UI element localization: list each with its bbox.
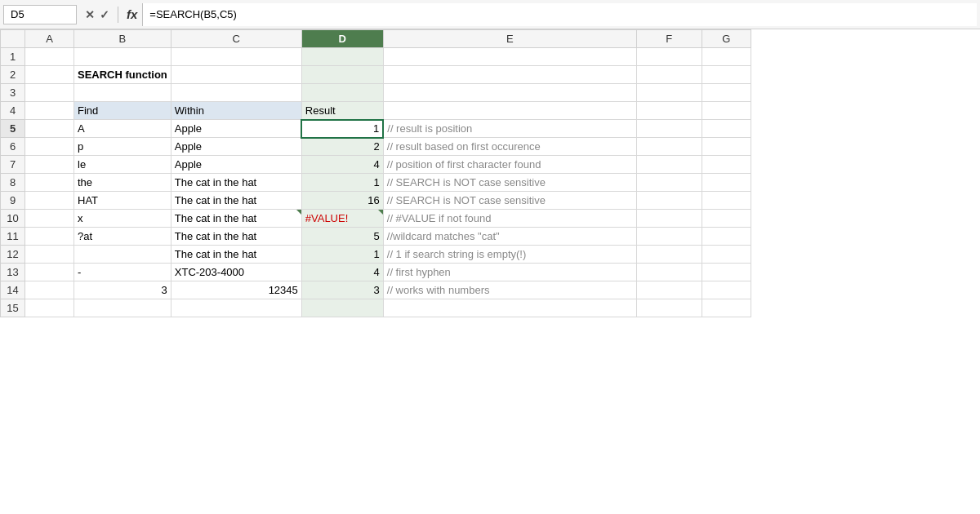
cell-a10[interactable] — [25, 210, 74, 228]
cell-g5[interactable] — [702, 120, 751, 138]
cell-g3[interactable] — [702, 84, 751, 102]
cell-d14-result[interactable]: 3 — [301, 281, 383, 299]
cell-a2[interactable] — [25, 66, 74, 84]
cell-f11[interactable] — [636, 228, 702, 246]
cell-b4-find[interactable]: Find — [74, 102, 172, 120]
cell-reference-box[interactable]: D5 — [3, 5, 77, 24]
cell-f7[interactable] — [636, 156, 702, 174]
cell-a1[interactable] — [25, 48, 74, 66]
col-header-b[interactable]: B — [74, 30, 172, 48]
cell-a13[interactable] — [25, 264, 74, 281]
cell-g8[interactable] — [702, 174, 751, 192]
cell-e2[interactable] — [383, 66, 636, 84]
cell-a3[interactable] — [25, 84, 74, 102]
cell-b7-find[interactable]: le — [74, 156, 172, 174]
cell-d7-result[interactable]: 4 — [301, 156, 383, 174]
cell-c2[interactable] — [171, 66, 301, 84]
cell-b6-find[interactable]: p — [74, 138, 172, 156]
confirm-icon[interactable]: ✓ — [100, 8, 109, 21]
cell-b1[interactable] — [74, 48, 172, 66]
cell-c10-within[interactable]: The cat in the hat — [171, 210, 301, 228]
cell-d2[interactable] — [301, 66, 383, 84]
cell-e1[interactable] — [383, 48, 636, 66]
cell-d13-result[interactable]: 4 — [301, 264, 383, 281]
cell-f8[interactable] — [636, 174, 702, 192]
cell-b5-find[interactable]: A — [74, 120, 172, 138]
cell-a8[interactable] — [25, 174, 74, 192]
cell-a7[interactable] — [25, 156, 74, 174]
cell-c12-within[interactable]: The cat in the hat — [171, 246, 301, 264]
cell-f12[interactable] — [636, 246, 702, 264]
cell-b13-find[interactable]: - — [74, 264, 172, 281]
cell-f5[interactable] — [636, 120, 702, 138]
cell-c8-within[interactable]: The cat in the hat — [171, 174, 301, 192]
cell-f9[interactable] — [636, 192, 702, 210]
cell-a11[interactable] — [25, 228, 74, 246]
cell-a12[interactable] — [25, 246, 74, 264]
cell-b12-find[interactable] — [74, 246, 172, 264]
cell-g14[interactable] — [702, 281, 751, 299]
cell-a5[interactable] — [25, 120, 74, 138]
cell-g4[interactable] — [702, 102, 751, 120]
cancel-icon[interactable]: ✕ — [85, 8, 95, 21]
fx-icon[interactable]: fx — [127, 7, 137, 21]
cell-f15[interactable] — [636, 299, 702, 317]
col-header-d[interactable]: D — [301, 30, 383, 48]
cell-f4[interactable] — [636, 102, 702, 120]
col-header-c[interactable]: C — [171, 30, 301, 48]
cell-f14[interactable] — [636, 281, 702, 299]
cell-d15[interactable] — [301, 299, 383, 317]
cell-d9-result[interactable]: 16 — [301, 192, 383, 210]
cell-a15[interactable] — [25, 299, 74, 317]
cell-f13[interactable] — [636, 264, 702, 281]
cell-g11[interactable] — [702, 228, 751, 246]
cell-g15[interactable] — [702, 299, 751, 317]
cell-c1[interactable] — [171, 48, 301, 66]
cell-c6-within[interactable]: Apple — [171, 138, 301, 156]
cell-c9-within[interactable]: The cat in the hat — [171, 192, 301, 210]
cell-c3[interactable] — [171, 84, 301, 102]
cell-c11-within[interactable]: The cat in the hat — [171, 228, 301, 246]
formula-input[interactable] — [142, 3, 977, 26]
cell-b2[interactable]: SEARCH function — [74, 66, 172, 84]
cell-b10-find[interactable]: x — [74, 210, 172, 228]
cell-g1[interactable] — [702, 48, 751, 66]
cell-d11-result[interactable]: 5 — [301, 228, 383, 246]
cell-d8-result[interactable]: 1 — [301, 174, 383, 192]
cell-b9-find[interactable]: HAT — [74, 192, 172, 210]
cell-g6[interactable] — [702, 138, 751, 156]
cell-g9[interactable] — [702, 192, 751, 210]
cell-b3[interactable] — [74, 84, 172, 102]
col-header-a[interactable]: A — [25, 30, 74, 48]
cell-c4-within[interactable]: Within — [171, 102, 301, 120]
cell-f3[interactable] — [636, 84, 702, 102]
cell-g7[interactable] — [702, 156, 751, 174]
cell-b8-find[interactable]: the — [74, 174, 172, 192]
cell-a6[interactable] — [25, 138, 74, 156]
col-header-f[interactable]: F — [636, 30, 702, 48]
cell-c14-within[interactable]: 12345 — [171, 281, 301, 299]
cell-d6-result[interactable]: 2 — [301, 138, 383, 156]
cell-d5-result[interactable]: 1 — [301, 120, 383, 138]
cell-c13-within[interactable]: XTC-203-4000 — [171, 264, 301, 281]
cell-e15[interactable] — [383, 299, 636, 317]
cell-b14-find[interactable]: 3 — [74, 281, 172, 299]
cell-e3[interactable] — [383, 84, 636, 102]
cell-a9[interactable] — [25, 192, 74, 210]
cell-b15[interactable] — [74, 299, 172, 317]
cell-f2[interactable] — [636, 66, 702, 84]
cell-d10-result[interactable]: #VALUE! — [301, 210, 383, 228]
cell-g10[interactable] — [702, 210, 751, 228]
cell-d12-result[interactable]: 1 — [301, 246, 383, 264]
cell-g2[interactable] — [702, 66, 751, 84]
cell-d3[interactable] — [301, 84, 383, 102]
cell-f10[interactable] — [636, 210, 702, 228]
cell-d4-result[interactable]: Result — [301, 102, 383, 120]
cell-c7-within[interactable]: Apple — [171, 156, 301, 174]
cell-g12[interactable] — [702, 246, 751, 264]
cell-d1[interactable] — [301, 48, 383, 66]
cell-a4[interactable] — [25, 102, 74, 120]
cell-b11-find[interactable]: ?at — [74, 228, 172, 246]
cell-g13[interactable] — [702, 264, 751, 281]
col-header-g[interactable]: G — [702, 30, 751, 48]
